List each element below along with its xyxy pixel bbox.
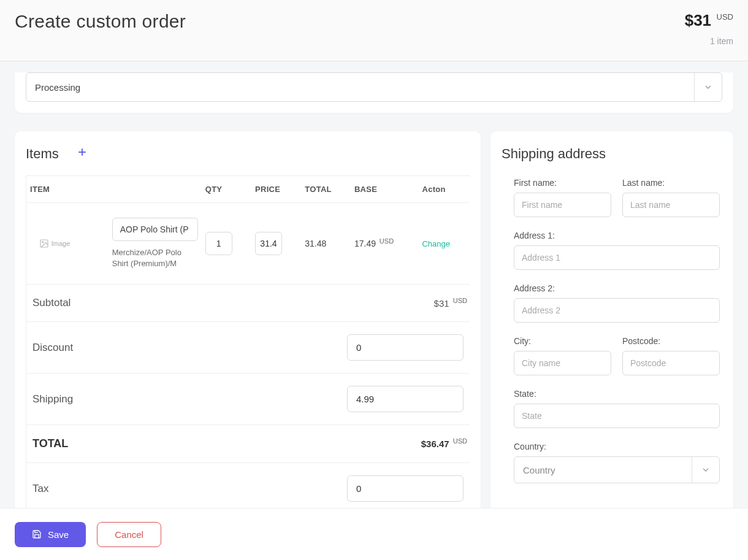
grand-total-row: TOTAL $36.47 USD: [26, 425, 470, 463]
subtotal-currency: USD: [453, 297, 467, 304]
status-value: Processing: [35, 82, 80, 93]
country-select[interactable]: Country: [514, 456, 720, 483]
image-label: Image: [52, 240, 71, 247]
grand-total-value: $36.47: [421, 439, 449, 449]
tax-label: Tax: [32, 483, 347, 495]
shipping-label: Shipping: [32, 393, 347, 405]
last-name-label: Last name:: [622, 178, 720, 188]
change-link[interactable]: Change: [422, 239, 450, 248]
shipping-input[interactable]: [347, 386, 464, 412]
subtotal-row: Subtotal $31 USD: [26, 285, 470, 322]
header-total-amount: $31: [685, 11, 711, 30]
first-name-label: First name:: [514, 178, 611, 188]
address2-label: Address 2:: [514, 283, 720, 293]
shipping-card: Shipping address First name: Last name: …: [490, 131, 733, 508]
country-value: Country: [523, 465, 555, 475]
price-input[interactable]: [255, 232, 282, 255]
table-row: Image AOP Polo Shirt (P Merchize/AOP Pol…: [26, 203, 470, 285]
state-label: State:: [514, 389, 720, 399]
page-title: Create custom order: [15, 11, 186, 32]
subtotal-value: $31: [434, 298, 449, 309]
address1-label: Address 1:: [514, 231, 720, 240]
scroll-area[interactable]: Processing Items ITEM QTY PRICE: [0, 61, 748, 508]
col-qty: QTY: [202, 176, 251, 203]
table-header-row: ITEM QTY PRICE TOTAL BASE Acton: [26, 176, 470, 203]
chevron-down-icon: [694, 73, 713, 101]
cancel-label: Cancel: [115, 529, 143, 540]
state-input[interactable]: [514, 404, 720, 428]
item-total: 31.48: [301, 203, 351, 285]
items-card: Items ITEM QTY PRICE TOTAL BASE Acton: [15, 131, 481, 508]
postcode-label: Postcode:: [622, 336, 720, 346]
header-totals: $31 USD 1 item: [685, 11, 733, 46]
header-items-count: 1 item: [685, 36, 733, 46]
col-total: TOTAL: [301, 176, 351, 203]
discount-input[interactable]: [347, 334, 464, 361]
col-item: ITEM: [26, 176, 202, 203]
col-action: Acton: [418, 176, 470, 203]
item-description: Merchize/AOP Polo Shirt (Premium)/M: [112, 247, 198, 269]
col-base: BASE: [351, 176, 419, 203]
country-label: Country:: [514, 442, 720, 451]
items-title: Items: [26, 146, 59, 162]
save-button[interactable]: Save: [15, 522, 86, 547]
grand-total-label: TOTAL: [32, 437, 384, 450]
header-total-currency: USD: [717, 12, 733, 21]
subtotal-label: Subtotal: [32, 297, 384, 309]
city-input[interactable]: [514, 351, 611, 375]
item-base: 17.49: [354, 239, 376, 248]
qty-input[interactable]: [205, 232, 232, 255]
status-card: Processing: [15, 72, 733, 113]
discount-label: Discount: [32, 342, 347, 354]
last-name-input[interactable]: [622, 193, 720, 217]
save-icon: [32, 529, 42, 539]
footer-bar: Save Cancel: [0, 508, 748, 560]
item-base-currency: USD: [380, 237, 394, 245]
status-select[interactable]: Processing: [26, 72, 722, 102]
add-item-button[interactable]: [76, 146, 88, 162]
tax-input[interactable]: [347, 475, 464, 502]
shipping-title: Shipping address: [502, 146, 722, 162]
address2-input[interactable]: [514, 298, 720, 323]
discount-row: Discount: [26, 322, 470, 374]
item-image-placeholder[interactable]: Image: [30, 239, 79, 248]
address1-input[interactable]: [514, 245, 720, 270]
city-label: City:: [514, 336, 611, 346]
item-name-input[interactable]: AOP Polo Shirt (P: [112, 218, 198, 241]
postcode-input[interactable]: [622, 351, 720, 375]
tax-row: Tax: [26, 463, 470, 508]
cancel-button[interactable]: Cancel: [97, 522, 161, 547]
page-header: Create custom order $31 USD 1 item: [0, 0, 748, 61]
shipping-row: Shipping: [26, 374, 470, 425]
image-icon: [39, 239, 49, 248]
items-table: ITEM QTY PRICE TOTAL BASE Acton Image: [26, 175, 470, 285]
col-price: PRICE: [251, 176, 301, 203]
grand-total-currency: USD: [453, 437, 467, 445]
first-name-input[interactable]: [514, 193, 611, 217]
chevron-down-icon: [692, 457, 711, 483]
svg-point-3: [42, 242, 43, 243]
save-label: Save: [48, 529, 69, 540]
